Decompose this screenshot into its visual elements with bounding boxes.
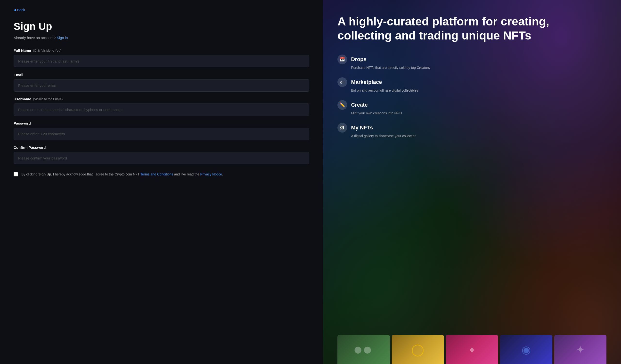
drops-name: Drops [351,56,366,63]
nft-strip [337,325,606,364]
feature-marketplace: 🏷 Marketplace Bid on and auction off rar… [337,77,606,92]
username-group: Username (Visible to the Public) [14,97,309,116]
create-desc: Mint your own creations into NFTs [337,111,606,115]
marketplace-desc: Bid on and auction off rare digital coll… [337,88,606,92]
nft-thumb-2 [392,335,444,364]
back-label: Back [17,8,25,12]
signin-row: Already have an account? Sign in [14,36,309,40]
username-input[interactable] [14,103,309,116]
password-group: Password [14,121,309,140]
feature-drops-header: 📅 Drops [337,55,606,64]
privacy-notice-link[interactable]: Privacy Notice [200,172,222,176]
hero-title: A highly-curated platform for creating, … [337,15,606,42]
confirm-password-group: Confirm Password [14,145,309,164]
feature-marketplace-header: 🏷 Marketplace [337,77,606,87]
terms-signup-bold: Sign Up [38,172,51,176]
feature-mynfts: 🖼 My NFTs A digital gallery to showcase … [337,123,606,138]
confirm-password-label: Confirm Password [14,145,309,150]
feature-mynfts-header: 🖼 My NFTs [337,123,606,133]
fullname-group: Full Name (Only Visible to You) [14,48,309,67]
email-input[interactable] [14,79,309,92]
mynfts-desc: A digital gallery to showcase your colle… [337,134,606,138]
confirm-password-input[interactable] [14,152,309,164]
feature-drops: 📅 Drops Purchase NFTs that are directly … [337,55,606,70]
marketplace-name: Marketplace [351,79,382,85]
drops-desc: Purchase NFTs that are directly sold by … [337,66,606,70]
page-title: Sign Up [14,21,309,32]
terms-checkbox[interactable] [14,172,18,176]
fullname-label: Full Name (Only Visible to You) [14,48,309,53]
nft-thumb-3 [446,335,498,364]
email-label: Email [14,73,309,77]
feature-create-header: ✏️ Create [337,100,606,110]
create-icon: ✏️ [337,100,347,110]
right-content: A highly-curated platform for creating, … [337,15,606,325]
terms-text: By clicking Sign Up, I hereby acknowledg… [21,172,223,177]
back-arrow-icon: ◀ [14,8,16,12]
mynfts-icon: 🖼 [337,123,347,133]
signin-link[interactable]: Sign in [57,36,68,40]
marketplace-icon: 🏷 [337,77,347,87]
feature-create: ✏️ Create Mint your own creations into N… [337,100,606,115]
terms-conditions-link[interactable]: Terms and Conditions [140,172,173,176]
email-group: Email [14,73,309,92]
nft-thumb-5 [554,335,606,364]
terms-row: By clicking Sign Up, I hereby acknowledg… [14,172,309,177]
password-label: Password [14,121,309,125]
feature-list: 📅 Drops Purchase NFTs that are directly … [337,55,606,138]
username-label: Username (Visible to the Public) [14,97,309,101]
left-panel: ◀ Back Sign Up Already have an account? … [0,0,323,364]
account-text: Already have an account? [14,36,55,40]
password-input[interactable] [14,128,309,140]
right-panel: A highly-curated platform for creating, … [323,0,621,364]
drops-icon: 📅 [337,55,347,64]
mynfts-name: My NFTs [351,125,373,131]
nft-thumb-1 [337,335,390,364]
back-button[interactable]: ◀ Back [14,8,309,12]
create-name: Create [351,102,367,108]
fullname-input[interactable] [14,55,309,67]
nft-thumb-4 [500,335,552,364]
